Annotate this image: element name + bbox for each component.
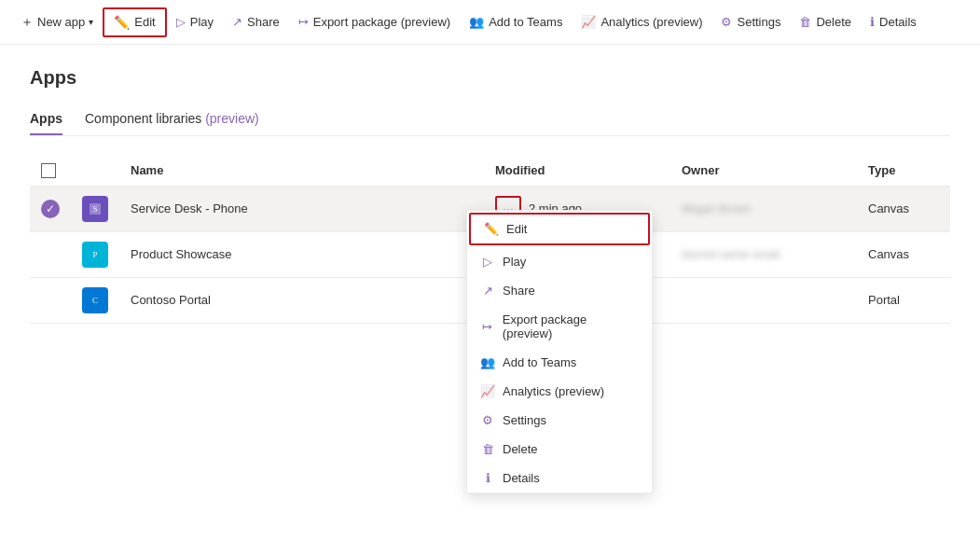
header-checkbox-icon (41, 163, 56, 178)
analytics-menu-label: Analytics (preview) (503, 384, 604, 398)
row-name-cell: Product Showcase (119, 231, 484, 277)
svg-text:C: C (92, 296, 98, 305)
delete-label: Delete (816, 15, 851, 29)
play-label: Play (190, 15, 214, 29)
settings-menu-icon: ⚙ (480, 413, 495, 427)
page-title: Apps (30, 67, 950, 89)
chevron-down-icon: ▾ (89, 17, 93, 27)
play-menu-icon: ▷ (480, 255, 495, 269)
edit-icon: ✏️ (114, 15, 130, 30)
details-button[interactable]: ℹ Details (861, 9, 926, 35)
row-name-cell: Contoso Portal (119, 277, 484, 323)
context-menu-details[interactable]: ℹ Details (467, 464, 652, 493)
context-menu-play[interactable]: ▷ Play (467, 247, 652, 276)
context-menu-add-to-teams[interactable]: 👥 Add to Teams (467, 348, 652, 377)
delete-icon: 🗑 (799, 15, 811, 29)
row-select-cell[interactable]: ✓ (30, 186, 71, 231)
icon-col-header (71, 155, 119, 186)
row-icon-cell: C (71, 277, 119, 323)
analytics-button[interactable]: 📈 Analytics (preview) (572, 9, 711, 35)
edit-menu-label: Edit (506, 222, 527, 236)
share-label: Share (247, 15, 280, 29)
owner-name: blurred owner email (682, 248, 780, 261)
svg-text:S: S (92, 204, 97, 214)
row-type-cell: Canvas (857, 231, 950, 277)
share-menu-icon: ↗ (480, 284, 495, 298)
export-icon: ↦ (298, 15, 309, 29)
analytics-menu-icon: 📈 (480, 384, 495, 398)
play-icon: ▷ (176, 15, 186, 29)
context-menu-share[interactable]: ↗ Share (467, 276, 652, 305)
preview-badge: (preview) (205, 111, 259, 126)
tab-apps[interactable]: Apps (30, 104, 62, 135)
share-icon: ↗ (232, 15, 242, 29)
row-owner-cell: blurred owner email (670, 231, 857, 277)
row-icon-cell: S (71, 186, 119, 231)
context-menu: ✏️ Edit ▷ Play ↗ Share ↦ Export package … (466, 210, 653, 493)
new-app-label: New app (37, 15, 85, 29)
details-icon: ℹ (870, 15, 875, 29)
row-icon-cell: P (71, 231, 119, 277)
delete-menu-label: Delete (503, 442, 538, 456)
edit-menu-icon: ✏️ (484, 222, 499, 236)
export-label: Export package (preview) (313, 15, 450, 29)
export-menu-icon: ↦ (480, 320, 495, 334)
type-col-header[interactable]: Type (857, 155, 950, 186)
row-type-cell: Portal (857, 277, 950, 323)
row-owner-cell: Megan Brown (670, 186, 857, 231)
share-button[interactable]: ↗ Share (223, 9, 289, 35)
svg-text:P: P (92, 250, 97, 259)
context-menu-edit[interactable]: ✏️ Edit (469, 213, 650, 245)
play-button[interactable]: ▷ Play (167, 9, 223, 35)
row-owner-cell (670, 277, 857, 323)
delete-button[interactable]: 🗑 Delete (790, 9, 861, 35)
row-select-cell[interactable] (30, 231, 71, 277)
app-icon: P (82, 242, 108, 268)
export-button[interactable]: ↦ Export package (preview) (289, 9, 460, 35)
teams-menu-icon: 👥 (480, 355, 495, 369)
selected-checkmark: ✓ (41, 200, 60, 218)
app-icon: S (82, 196, 108, 222)
toolbar: ＋ New app ▾ ✏️ Edit ▷ Play ↗ Share ↦ Exp… (0, 0, 980, 45)
add-to-teams-label: Add to Teams (489, 15, 562, 29)
details-menu-label: Details (503, 471, 540, 485)
modified-col-header[interactable]: Modified (484, 155, 670, 186)
edit-label: Edit (134, 15, 155, 29)
details-menu-icon: ℹ (480, 471, 495, 485)
select-all-header[interactable] (30, 155, 71, 186)
tab-component-libraries[interactable]: Component libraries (preview) (85, 104, 259, 135)
tabs-bar: Apps Component libraries (preview) (30, 104, 950, 136)
analytics-label: Analytics (preview) (600, 15, 702, 29)
row-type-cell: Canvas (857, 186, 950, 231)
context-menu-export[interactable]: ↦ Export package (preview) (467, 305, 652, 348)
app-icon: C (82, 287, 108, 313)
settings-menu-label: Settings (503, 413, 546, 427)
play-menu-label: Play (503, 255, 526, 269)
plus-icon: ＋ (21, 14, 34, 31)
add-to-teams-button[interactable]: 👥 Add to Teams (460, 9, 572, 35)
details-label: Details (879, 15, 917, 29)
edit-button[interactable]: ✏️ Edit (103, 7, 166, 37)
context-menu-settings[interactable]: ⚙ Settings (467, 406, 652, 435)
add-to-teams-menu-label: Add to Teams (503, 355, 576, 369)
export-menu-label: Export package (preview) (503, 312, 639, 340)
new-app-button[interactable]: ＋ New app ▾ (11, 8, 103, 36)
row-name-cell: Service Desk - Phone (119, 186, 484, 231)
context-menu-analytics[interactable]: 📈 Analytics (preview) (467, 377, 652, 406)
teams-icon: 👥 (469, 15, 484, 29)
share-menu-label: Share (503, 284, 535, 298)
delete-menu-icon: 🗑 (480, 442, 495, 456)
settings-label: Settings (737, 15, 780, 29)
settings-icon: ⚙ (721, 15, 732, 29)
name-col-header[interactable]: Name (119, 155, 484, 186)
context-menu-delete[interactable]: 🗑 Delete (467, 435, 652, 464)
owner-name: Megan Brown (682, 202, 751, 215)
row-select-cell[interactable] (30, 277, 71, 323)
analytics-icon: 📈 (581, 15, 596, 29)
owner-col-header[interactable]: Owner (670, 155, 857, 186)
settings-button[interactable]: ⚙ Settings (711, 9, 790, 35)
